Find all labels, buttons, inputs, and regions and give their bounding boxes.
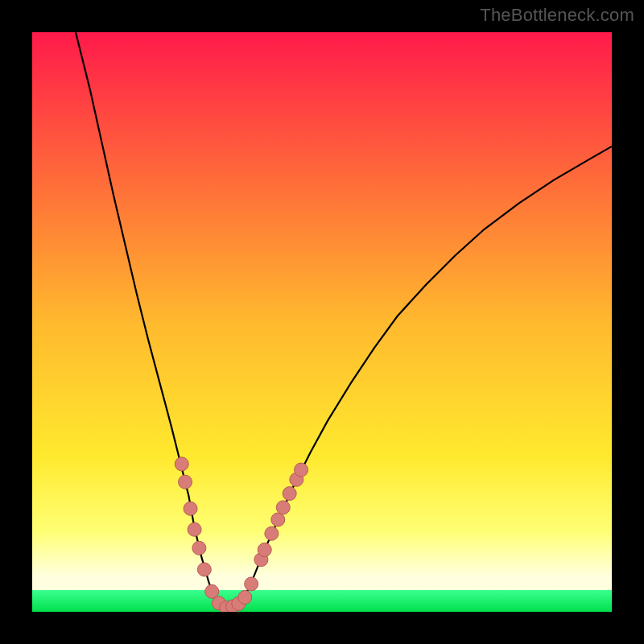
- curve-marker: [179, 475, 192, 489]
- curve-marker: [265, 526, 279, 540]
- curve-marker: [245, 577, 258, 591]
- bottleneck-curve: [76, 32, 612, 609]
- curve-marker: [238, 591, 252, 605]
- curve-marker: [283, 487, 296, 501]
- curve-marker: [175, 457, 188, 471]
- curve-marker: [197, 563, 211, 576]
- curve-marker: [184, 502, 197, 515]
- curve-markers: [175, 457, 308, 612]
- plot-area: [32, 32, 612, 612]
- watermark-text: TheBottleneck.com: [480, 5, 634, 26]
- curve-marker: [276, 501, 290, 514]
- curve-marker: [295, 463, 308, 477]
- curve-marker: [271, 513, 285, 526]
- curve-marker: [258, 543, 271, 556]
- curve-marker: [192, 541, 206, 555]
- curve-marker: [188, 522, 201, 536]
- chart-frame: TheBottleneck.com: [0, 0, 644, 644]
- curve-layer: [32, 32, 612, 612]
